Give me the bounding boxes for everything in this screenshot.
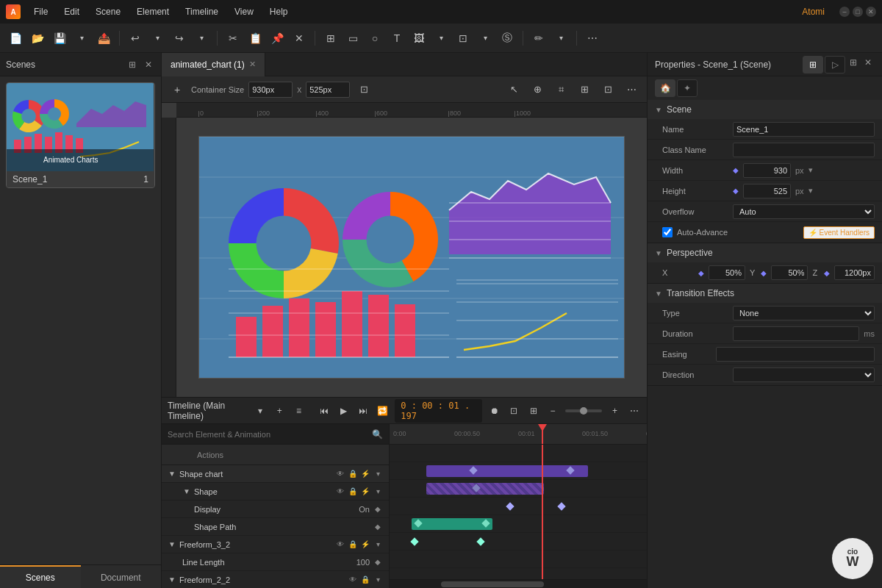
timeline-record-btn[interactable]: ⏺ xyxy=(488,403,501,419)
track-lightning-shape[interactable]: ⚡ xyxy=(360,487,370,497)
props-overflow-select[interactable]: Auto Hidden Visible xyxy=(733,204,875,219)
canvas-select-btn[interactable]: ↖ xyxy=(504,80,523,99)
props-perspective-y-diamond[interactable]: ◆ xyxy=(761,269,767,277)
minimize-button[interactable]: – xyxy=(839,7,850,17)
toolbar-export[interactable]: 📤 xyxy=(94,29,113,48)
props-event-handlers-btn[interactable]: ⚡ Event Handlers xyxy=(803,226,875,239)
props-view-scene[interactable]: 🏠 xyxy=(655,79,675,97)
track-down-shape[interactable]: ▾ xyxy=(373,487,383,497)
scene-section-header[interactable]: ▼ Scene xyxy=(648,100,882,119)
canvas-snap-btn[interactable]: ⊞ xyxy=(575,80,594,99)
toolbar-rect[interactable]: ▭ xyxy=(343,29,362,48)
menu-element[interactable]: Element xyxy=(129,4,176,20)
timeline-zoom-out-btn[interactable]: − xyxy=(546,403,559,419)
scrollbar-thumb[interactable] xyxy=(441,581,544,587)
track-eye-freeform-2-2[interactable]: 👁 xyxy=(348,575,358,585)
toolbar-copy[interactable]: 📋 xyxy=(245,29,265,48)
toolbar-save-options[interactable]: ▾ xyxy=(72,29,91,48)
props-perspective-y-input[interactable] xyxy=(771,265,808,280)
canvas-fit-btn[interactable]: ⊡ xyxy=(354,80,373,99)
timeline-zoom-in-btn[interactable]: + xyxy=(608,403,621,419)
props-tab-layout[interactable]: ⊞ xyxy=(803,56,823,74)
track-expand-freeform-3-2[interactable]: ▼ xyxy=(168,540,176,549)
track-lightning-shape-chart[interactable]: ⚡ xyxy=(360,469,370,479)
props-height-more[interactable]: ▾ xyxy=(808,186,813,196)
menu-edit[interactable]: Edit xyxy=(57,4,87,20)
toolbar-delete[interactable]: ✕ xyxy=(290,29,309,48)
menu-file[interactable]: File xyxy=(26,4,55,20)
toolbar-pen-options[interactable]: ▾ xyxy=(551,29,570,48)
track-lock-freeform-3-2[interactable]: 🔒 xyxy=(348,539,358,550)
canvas-crop-btn[interactable]: ⌗ xyxy=(551,80,570,99)
props-type-select[interactable]: None Fade xyxy=(733,306,875,320)
track-expand-shape-chart[interactable]: ▼ xyxy=(168,470,176,478)
props-auto-advance-checkbox[interactable] xyxy=(662,227,673,237)
track-row-shape[interactable]: ▼ Shape 👁 🔒 ⚡ ▾ xyxy=(162,483,389,501)
timeline-skip-back-btn[interactable]: ⏮ xyxy=(318,403,331,419)
toolbar-save[interactable]: 💾 xyxy=(50,29,69,48)
props-direction-select[interactable] xyxy=(733,368,875,382)
toolbar-undo-options[interactable]: ▾ xyxy=(148,29,167,48)
toolbar-paste[interactable]: 📌 xyxy=(268,29,287,48)
toolbar-more[interactable]: ⋯ xyxy=(583,29,602,48)
track-lock-shape-chart[interactable]: 🔒 xyxy=(348,469,358,479)
track-diamond-shape-path[interactable]: ◆ xyxy=(373,522,383,532)
close-button[interactable]: ✕ xyxy=(866,7,876,17)
timeline-more-btn[interactable]: ⋯ xyxy=(628,403,641,419)
props-perspective-x-input[interactable] xyxy=(709,265,745,280)
props-tab-animation[interactable]: ▷ xyxy=(825,56,845,74)
props-easing-input[interactable] xyxy=(716,347,875,362)
props-perspective-z-input[interactable] xyxy=(834,265,875,280)
canvas-resize-btn[interactable]: ⊡ xyxy=(598,80,617,99)
atomi-link[interactable]: Atomi xyxy=(802,7,825,17)
track-row-line-length[interactable]: Line Length 100 ◆ xyxy=(162,553,389,571)
props-expand-btn[interactable]: ⊞ xyxy=(847,56,860,69)
timeline-skip-fwd-btn[interactable]: ⏭ xyxy=(356,403,370,419)
timeline-dropdown-btn[interactable]: ▾ xyxy=(254,403,267,419)
toolbar-new[interactable]: 📄 xyxy=(6,29,25,48)
toolbar-pen[interactable]: ✏ xyxy=(529,29,548,48)
toolbar-symbol[interactable]: Ⓢ xyxy=(498,29,517,48)
toolbar-media[interactable]: 🖼 xyxy=(409,29,429,48)
track-down-shape-chart[interactable]: ▾ xyxy=(373,469,383,479)
toolbar-redo[interactable]: ↪ xyxy=(170,29,189,48)
timeline-options-btn[interactable]: ≡ xyxy=(292,403,305,419)
perspective-section-header[interactable]: ▼ Perspective xyxy=(648,243,882,262)
canvas-add-btn[interactable]: + xyxy=(168,80,187,99)
timeline-zoom-slider[interactable] xyxy=(565,409,602,412)
menu-scene[interactable]: Scene xyxy=(88,4,128,20)
menu-help[interactable]: Help xyxy=(262,4,295,20)
track-eye-freeform-3-2[interactable]: 👁 xyxy=(335,539,345,550)
timeline-search-input[interactable] xyxy=(168,430,368,439)
track-eye-shape[interactable]: 👁 xyxy=(335,487,345,497)
tab-close-btn[interactable]: ✕ xyxy=(249,60,256,69)
props-close-btn[interactable]: ✕ xyxy=(861,56,875,69)
timeline-grid-btn[interactable]: ⊞ xyxy=(526,403,539,419)
props-height-diamond[interactable]: ◆ xyxy=(733,187,739,195)
track-diamond-line-length[interactable]: ◆ xyxy=(373,557,383,567)
track-row-shape-path[interactable]: Shape Path ◆ xyxy=(162,518,389,536)
track-expand-freeform-2-2[interactable]: ▼ xyxy=(168,576,176,584)
scenes-close-btn[interactable]: ✕ xyxy=(142,58,155,71)
toolbar-ellipse[interactable]: ○ xyxy=(365,29,384,48)
props-width-input[interactable] xyxy=(743,163,791,178)
props-name-input[interactable] xyxy=(733,122,875,137)
track-expand-shape[interactable]: ▼ xyxy=(182,487,191,496)
canvas-height-input[interactable] xyxy=(306,82,350,98)
scenes-expand-btn[interactable]: ⊞ xyxy=(126,58,139,71)
toolbar-add[interactable]: ⊞ xyxy=(321,29,340,48)
active-tab[interactable]: animated_chart (1) ✕ xyxy=(162,53,265,76)
transition-section-header[interactable]: ▼ Transition Effects xyxy=(648,284,882,303)
props-class-name-input[interactable] xyxy=(733,143,875,157)
track-lock-freeform-2-2[interactable]: 🔒 xyxy=(360,575,370,585)
menu-timeline[interactable]: Timeline xyxy=(178,4,226,20)
props-width-diamond[interactable]: ◆ xyxy=(733,166,739,174)
props-duration-input[interactable] xyxy=(733,326,859,341)
track-down-freeform-2-2[interactable]: ▾ xyxy=(373,575,383,585)
track-lightning-freeform-3-2[interactable]: ⚡ xyxy=(360,539,370,550)
track-row-shape-chart[interactable]: ▼ Shape chart 👁 🔒 ⚡ ▾ xyxy=(162,465,389,483)
toolbar-text[interactable]: T xyxy=(387,29,406,48)
scene-thumbnail[interactable]: Scene_1 1 xyxy=(6,82,155,188)
track-down-freeform-3-2[interactable]: ▾ xyxy=(373,539,383,550)
canvas-width-input[interactable] xyxy=(248,82,293,98)
